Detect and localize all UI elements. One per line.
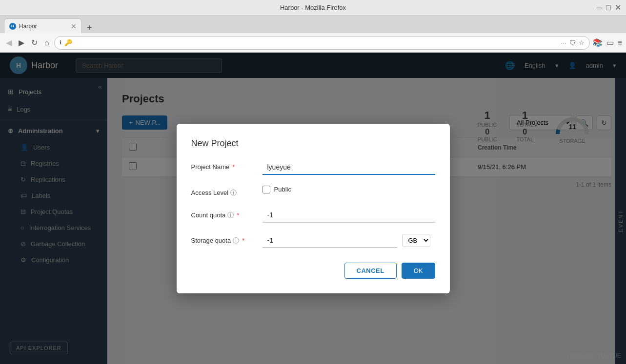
browser-addressbar: ◀ ▶ ↻ ⌂ ℹ 🔑 192.168.1.10/harbor/projects… (0, 33, 626, 53)
form-row-project-name: Project Name * (191, 160, 435, 175)
browser-toolbar-right: 📚 ▭ ≡ (593, 38, 622, 47)
forward-button[interactable]: ▶ (17, 36, 26, 49)
browser-tabbar: H Harbor ✕ + (0, 16, 626, 33)
storage-quota-required: * (242, 237, 244, 244)
key-icon: 🔑 (64, 39, 72, 46)
menu-icon[interactable]: ≡ (618, 38, 622, 47)
browser-titlebar: Harbor - Mozilla Firefox ─ □ ✕ (0, 0, 626, 16)
project-name-label: Project Name * (191, 160, 255, 171)
storage-row: KB MB GB TB (263, 233, 435, 248)
address-bar-container: ℹ 🔑 192.168.1.10/harbor/projects ··· 🛡 ☆ (54, 36, 590, 50)
library-icon[interactable]: 📚 (593, 38, 603, 47)
count-input-row (263, 208, 435, 223)
lock-icon: ℹ (60, 39, 61, 46)
form-row-count-quota: Count quota ⓘ * (191, 208, 435, 223)
minimize-icon[interactable]: ─ (597, 4, 602, 12)
form-row-access-level: Access Level ⓘ Public (191, 186, 435, 197)
storage-unit-select[interactable]: KB MB GB TB (402, 234, 430, 247)
public-label: Public (274, 186, 291, 193)
maximize-icon[interactable]: □ (606, 4, 611, 12)
count-quota-label: Count quota ⓘ * (191, 208, 255, 220)
window-controls: ─ □ ✕ (597, 4, 621, 12)
cancel-button[interactable]: CANCEL (344, 263, 397, 279)
tab-title: Harbor (19, 23, 37, 30)
tab-favicon: H (9, 23, 16, 30)
more-options-icon[interactable]: ··· (561, 39, 566, 46)
count-quota-info-icon: ⓘ (227, 211, 234, 220)
form-row-storage-quota: Storage quota ⓘ * KB MB GB TB (191, 233, 435, 248)
modal-overlay: New Project Project Name * Access Level … (0, 53, 626, 364)
browser-tab[interactable]: H Harbor ✕ (4, 19, 82, 33)
back-button[interactable]: ◀ (4, 36, 14, 49)
project-name-required: * (232, 163, 235, 171)
storage-quota-input[interactable] (263, 233, 397, 248)
address-bar-input[interactable]: 192.168.1.10/harbor/projects (75, 39, 558, 46)
home-button[interactable]: ⌂ (42, 37, 51, 49)
count-quota-required: * (237, 211, 239, 219)
modal-title: New Project (191, 138, 435, 149)
public-checkbox[interactable] (263, 186, 270, 193)
modal-actions: CANCEL OK (191, 263, 435, 279)
address-bar-actions: ··· 🛡 ☆ (561, 39, 585, 46)
access-level-label: Access Level ⓘ (191, 186, 255, 197)
storage-quota-info-icon: ⓘ (233, 236, 239, 245)
access-level-info-icon: ⓘ (230, 189, 237, 197)
star-icon[interactable]: ☆ (579, 39, 585, 46)
access-level-checkbox-row: Public (263, 186, 291, 193)
new-tab-button[interactable]: + (84, 23, 95, 33)
browser-title: Harbor - Mozilla Firefox (280, 4, 346, 11)
ok-button[interactable]: OK (402, 263, 435, 279)
project-name-input[interactable] (263, 160, 435, 175)
count-quota-input[interactable] (263, 208, 435, 223)
bookmark-icon[interactable]: 🛡 (569, 39, 576, 46)
sidebar-toggle-icon[interactable]: ▭ (606, 38, 614, 47)
close-icon[interactable]: ✕ (615, 4, 621, 12)
tab-close-icon[interactable]: ✕ (71, 22, 77, 30)
storage-quota-label: Storage quota ⓘ * (191, 233, 255, 245)
reload-button[interactable]: ↻ (29, 36, 40, 49)
new-project-modal: New Project Project Name * Access Level … (177, 124, 450, 293)
